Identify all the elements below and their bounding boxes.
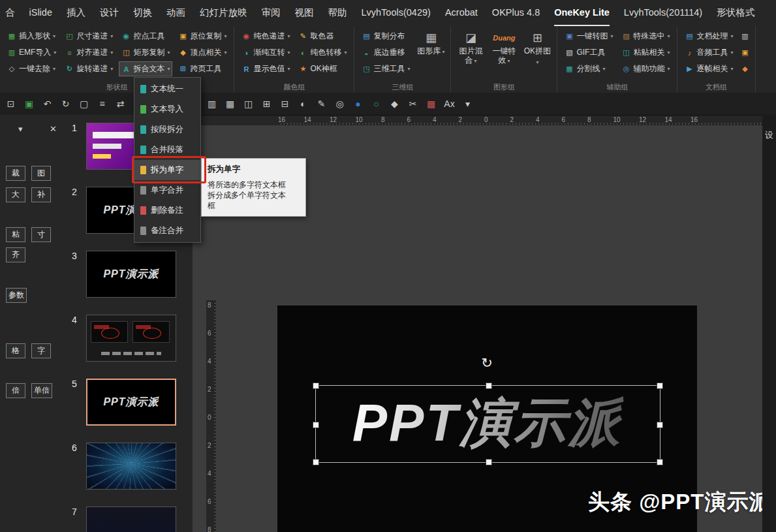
- selection-pane-icon[interactable]: ▢: [76, 97, 91, 112]
- ribbon-button-文档处理[interactable]: ▤文档处理▾: [682, 29, 736, 44]
- ribbon-button-渐纯互转[interactable]: ◑渐纯互转▾: [239, 45, 292, 60]
- columns-icon[interactable]: ▥: [204, 97, 219, 112]
- ribbon-button-显示色值[interactable]: R显示色值▾: [239, 61, 292, 76]
- ribbon-button-尺寸递进[interactable]: ◰尺寸递进▾: [62, 29, 116, 44]
- menu-tab-OKPlus 4.8[interactable]: OKPlus 4.8: [492, 0, 540, 26]
- tool-button-格[interactable]: 格: [6, 343, 25, 358]
- menu-item-备注合并[interactable]: 备注合并: [134, 221, 200, 241]
- resize-handle-top-left[interactable]: [313, 383, 319, 389]
- menu-tab-幻灯片放映[interactable]: 幻灯片放映: [200, 0, 247, 26]
- ribbon-button-控点工具[interactable]: ◉控点工具: [119, 29, 172, 44]
- tool-button-倍[interactable]: 倍: [6, 383, 25, 398]
- tool-button-粘[interactable]: 粘: [6, 227, 25, 242]
- ribbon-button-三维工具[interactable]: ◳三维工具▾: [359, 61, 412, 76]
- slide-thumbnail-3[interactable]: PPT演示派: [86, 251, 176, 298]
- ribbon-button-原位复制[interactable]: ▣原位复制▾: [176, 29, 229, 44]
- tool-button-补[interactable]: 补: [31, 187, 51, 202]
- ribbon-button-图形库[interactable]: ▦图形库 ▾: [416, 29, 446, 82]
- ribbon-button-复制分布[interactable]: ▤复制分布: [359, 29, 412, 44]
- ribbon-button-一键去除[interactable]: ◇一键去除▾: [5, 61, 59, 76]
- menu-tab-LvyhTools(201114)[interactable]: LvyhTools(201114): [624, 0, 702, 26]
- menu-tab-审阅[interactable]: 审阅: [261, 0, 280, 26]
- ribbon-button-矩形复制[interactable]: ◫矩形复制▾: [119, 45, 172, 60]
- align-text-icon[interactable]: ≡: [95, 97, 110, 112]
- contrast-icon[interactable]: ◐: [296, 97, 311, 112]
- menu-tab-Acrobat[interactable]: Acrobat: [445, 0, 478, 26]
- resize-handle-top-middle[interactable]: [486, 383, 492, 389]
- menu-tab-LvyhTools(0429)[interactable]: LvyhTools(0429): [361, 0, 430, 26]
- more-icon[interactable]: ▾: [460, 97, 475, 112]
- ribbon-button-纯色转移[interactable]: ◐纯色转移▾: [296, 45, 349, 60]
- merge-icon[interactable]: ⊟: [277, 97, 292, 112]
- menu-tab-设计[interactable]: 设计: [100, 0, 119, 26]
- ribbon-button-拆合文本[interactable]: A拆合文本▾: [119, 61, 172, 76]
- tool-button-单倍[interactable]: 单倍: [31, 383, 52, 398]
- menu-item-删除备注[interactable]: 删除备注: [134, 200, 200, 221]
- swap-icon[interactable]: ⇄: [113, 97, 128, 112]
- ribbon-button-跨页工具[interactable]: ⊞跨页工具: [176, 61, 229, 76]
- split-icon[interactable]: ◫: [241, 97, 256, 112]
- menu-item-拆为单字[interactable]: 拆为单字: [134, 160, 200, 180]
- shapes-icon[interactable]: ⊡: [3, 97, 18, 112]
- tool-button-字[interactable]: 字: [31, 343, 51, 358]
- resize-handle-middle-right[interactable]: [657, 422, 663, 428]
- table-icon[interactable]: ⊞: [259, 97, 274, 112]
- ribbon-button-clipped[interactable]: ▥: [739, 29, 751, 44]
- font-tool-icon[interactable]: Ax: [442, 97, 457, 112]
- ribbon-button-旋转递进[interactable]: ↻旋转递进▾: [62, 61, 116, 76]
- grid-icon[interactable]: ▦: [223, 97, 238, 112]
- resize-handle-bottom-middle[interactable]: [486, 459, 492, 465]
- ribbon-button-辅助功能[interactable]: ◎辅助功能▾: [619, 61, 672, 76]
- menu-tab-帮助[interactable]: 帮助: [328, 0, 347, 26]
- menu-tab-插入[interactable]: 插入: [67, 0, 85, 26]
- resize-handle-bottom-right[interactable]: [657, 459, 663, 465]
- menu-item-合并段落[interactable]: 合并段落: [134, 140, 200, 160]
- resize-handle-bottom-left[interactable]: [313, 459, 319, 465]
- ribbon-button-分割线[interactable]: ▦分割线▾: [562, 61, 615, 76]
- redo-icon[interactable]: ↻: [58, 97, 73, 112]
- close-icon[interactable]: ✕: [50, 124, 57, 134]
- menu-item-按段拆分[interactable]: 按段拆分: [134, 119, 200, 140]
- slide-thumbnail-7[interactable]: [86, 507, 176, 532]
- save-icon[interactable]: ▣: [22, 97, 37, 112]
- menu-tab-动画[interactable]: 动画: [166, 0, 185, 26]
- slide-thumbnail-4[interactable]: [86, 315, 176, 362]
- crop-icon[interactable]: ✂: [405, 97, 420, 112]
- menu-item-文本统一[interactable]: 文本统一: [134, 79, 200, 99]
- diamond-icon[interactable]: ◆: [387, 97, 402, 112]
- tool-button-图[interactable]: 图: [31, 166, 51, 181]
- tool-button-参数[interactable]: 参数: [6, 288, 27, 303]
- ribbon-button-图片混合[interactable]: ◪图片混合 ▾: [456, 29, 486, 82]
- ribbon-button-OK拼图[interactable]: ⊞OK拼图 ▾: [522, 29, 552, 82]
- chevron-down-icon[interactable]: ▾: [18, 124, 23, 134]
- ribbon-button-EMF导入[interactable]: ▥EMF导入▾: [5, 45, 59, 60]
- ribbon-button-clipped[interactable]: ▣: [739, 45, 751, 60]
- ribbon-button-GIF工具[interactable]: ▧GIF工具: [562, 45, 615, 60]
- tool-button-齐[interactable]: 齐: [6, 247, 25, 262]
- panel-tab-设[interactable]: 设: [765, 129, 773, 141]
- teal-circle-icon[interactable]: ○: [369, 97, 384, 112]
- menu-tab-合[interactable]: 合: [5, 0, 15, 26]
- menu-item-文本导入[interactable]: 文本导入: [134, 99, 200, 119]
- ribbon-button-纯色递进[interactable]: ◉纯色递进▾: [239, 29, 292, 44]
- blue-circle-icon[interactable]: ●: [350, 97, 365, 112]
- menu-tab-形状格式[interactable]: 形状格式: [717, 0, 754, 26]
- selection-box[interactable]: [315, 385, 660, 463]
- edit-icon[interactable]: ✎: [314, 97, 329, 112]
- resize-handle-middle-left[interactable]: [313, 422, 319, 428]
- undo-icon[interactable]: ↶: [40, 97, 55, 112]
- tool-button-裁[interactable]: 裁: [6, 166, 25, 181]
- menu-tab-视图[interactable]: 视图: [294, 0, 313, 26]
- ribbon-button-一键特效[interactable]: Duang一键特效 ▾: [489, 29, 519, 82]
- tool-button-寸[interactable]: 寸: [31, 227, 51, 242]
- tool-button-大[interactable]: 大: [6, 187, 25, 202]
- ribbon-button-clipped[interactable]: ◆: [739, 61, 751, 76]
- delete-table-icon[interactable]: ▩: [424, 97, 439, 112]
- target-icon[interactable]: ◎: [332, 97, 347, 112]
- menu-tab-OneKey Lite[interactable]: OneKey Lite: [554, 0, 610, 26]
- ribbon-button-特殊选中[interactable]: ▨特殊选中▾: [619, 29, 672, 44]
- ribbon-button-插入形状[interactable]: ▦插入形状▾: [5, 29, 59, 44]
- menu-item-单字合并[interactable]: 单字合并: [134, 180, 200, 200]
- ribbon-button-对齐递进[interactable]: ≡对齐递进▾: [62, 45, 116, 60]
- ribbon-button-音频工具[interactable]: ♪音频工具▾: [682, 45, 736, 60]
